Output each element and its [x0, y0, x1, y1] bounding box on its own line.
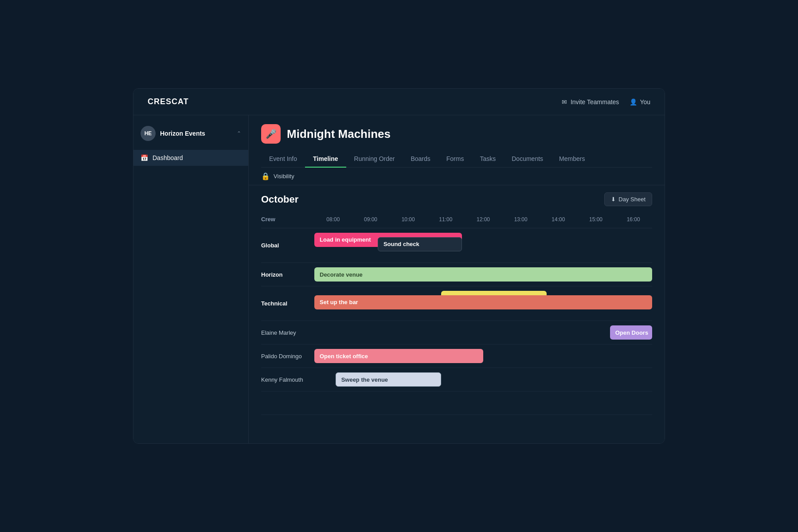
time-col-1500: 15:00 — [577, 216, 615, 223]
invite-label: Invite Teammates — [571, 98, 619, 106]
timeline-section: October ⬇ Day Sheet Crew 08:00 09:00 10:… — [249, 185, 665, 443]
row-bars-elaine: Open Doors — [314, 321, 652, 344]
timeline-month: October — [261, 194, 298, 205]
time-col-1600: 16:00 — [614, 216, 652, 223]
row-label-global: Global — [261, 242, 314, 249]
time-col-1400: 14:00 — [540, 216, 577, 223]
user-label: You — [640, 98, 650, 106]
envelope-icon: ✉ — [562, 98, 567, 106]
table-row: Kenny Falmouth Sweep the venue — [261, 368, 652, 391]
top-bar: CRESCAT ✉ Invite Teammates 👤 You — [133, 89, 665, 115]
bar-sweep-the-venue[interactable]: Sweep the venue — [336, 372, 441, 387]
bar-label: Sweep the venue — [341, 376, 388, 383]
org-avatar: HE — [141, 126, 156, 141]
time-col-1100: 11:00 — [427, 216, 465, 223]
visibility-label: Visibility — [274, 173, 294, 180]
table-row-empty — [261, 391, 652, 415]
event-tabs: Event Info Timeline Running Order Boards… — [261, 151, 652, 168]
time-col-1200: 12:00 — [465, 216, 502, 223]
tab-boards[interactable]: Boards — [403, 151, 438, 168]
row-bars-empty — [314, 391, 652, 415]
tab-tasks[interactable]: Tasks — [472, 151, 504, 168]
tab-running-order[interactable]: Running Order — [346, 151, 403, 168]
bar-label: Sound check — [383, 241, 419, 247]
table-row: Elaine Marley Open Doors — [261, 321, 652, 344]
mic-icon: 🎤 — [266, 129, 277, 139]
bar-label: Load in equipment — [320, 236, 371, 243]
table-row: Horizon Decorate venue — [261, 263, 652, 286]
lock-icon: 🔒 — [261, 172, 270, 180]
row-bars-global: Load in equipment Sound check — [314, 228, 652, 263]
app-container: CRESCAT ✉ Invite Teammates 👤 You HE Hori… — [133, 88, 665, 444]
invite-teammates-button[interactable]: ✉ Invite Teammates — [562, 98, 619, 106]
tab-documents[interactable]: Documents — [504, 151, 551, 168]
time-headers: 08:00 09:00 10:00 11:00 12:00 13:00 14:0… — [314, 216, 652, 223]
bar-decorate-venue[interactable]: Decorate venue — [314, 267, 652, 282]
bar-label: Open ticket office — [320, 353, 368, 360]
org-selector[interactable]: HE Horizon Events ⌃ — [133, 122, 248, 145]
user-button[interactable]: 👤 You — [630, 98, 650, 106]
sidebar-item-label: Dashboard — [153, 154, 183, 161]
main-layout: HE Horizon Events ⌃ 📅 Dashboard 🎤 Midnig… — [133, 115, 665, 443]
top-bar-actions: ✉ Invite Teammates 👤 You — [562, 98, 650, 106]
row-bars-technical: Set out seating Set up the bar — [314, 286, 652, 321]
tab-forms[interactable]: Forms — [438, 151, 472, 168]
day-sheet-label: Day Sheet — [618, 196, 645, 203]
chevron-icon: ⌃ — [237, 130, 241, 137]
row-bars-palido: Open ticket office — [314, 344, 652, 368]
row-label-elaine-marley: Elaine Marley — [261, 329, 314, 336]
table-row: Palido Domingo Open ticket office — [261, 344, 652, 368]
bar-open-doors[interactable]: Open Doors — [610, 325, 652, 340]
content-area: 🎤 Midnight Machines Event Info Timeline … — [249, 115, 665, 443]
tab-event-info[interactable]: Event Info — [261, 151, 305, 168]
tab-timeline[interactable]: Timeline — [305, 151, 346, 168]
row-label-horizon: Horizon — [261, 271, 314, 278]
calendar-icon: 📅 — [141, 154, 148, 161]
bar-open-ticket-office[interactable]: Open ticket office — [314, 349, 483, 363]
row-label-kenny-falmouth: Kenny Falmouth — [261, 376, 314, 383]
bar-label: Open Doors — [615, 329, 648, 336]
visibility-bar: 🔒 Visibility — [249, 168, 665, 185]
row-label-palido-domingo: Palido Domingo — [261, 353, 314, 360]
time-col-1300: 13:00 — [502, 216, 540, 223]
bar-sound-check[interactable]: Sound check — [378, 237, 462, 251]
event-title: Midnight Machines — [287, 127, 391, 141]
bar-label: Decorate venue — [320, 271, 363, 278]
grid-header-row: Crew 08:00 09:00 10:00 11:00 12:00 13:00… — [261, 213, 652, 228]
row-bars-kenny: Sweep the venue — [314, 368, 652, 391]
download-icon: ⬇ — [611, 196, 616, 203]
time-col-0800: 08:00 — [314, 216, 352, 223]
tab-members[interactable]: Members — [551, 151, 593, 168]
time-col-0900: 09:00 — [352, 216, 390, 223]
sidebar-item-dashboard[interactable]: 📅 Dashboard — [133, 150, 248, 166]
bar-set-up-bar[interactable]: Set up the bar — [314, 295, 652, 309]
row-label-technical: Technical — [261, 300, 314, 307]
org-name: Horizon Events — [160, 130, 232, 137]
sidebar: HE Horizon Events ⌃ 📅 Dashboard — [133, 115, 249, 443]
event-icon: 🎤 — [261, 124, 281, 144]
event-title-row: 🎤 Midnight Machines — [261, 124, 652, 144]
row-bars-horizon: Decorate venue — [314, 263, 652, 286]
app-logo: CRESCAT — [148, 97, 189, 106]
event-header: 🎤 Midnight Machines Event Info Timeline … — [249, 115, 665, 168]
table-row: Technical Set out seating Set up the bar — [261, 286, 652, 321]
timeline-header-row: October ⬇ Day Sheet — [261, 192, 652, 206]
day-sheet-button[interactable]: ⬇ Day Sheet — [604, 192, 652, 206]
crew-col-header: Crew — [261, 213, 314, 225]
time-col-1000: 10:00 — [389, 216, 427, 223]
bar-label: Set up the bar — [320, 299, 358, 305]
user-icon: 👤 — [630, 98, 637, 106]
table-row: Global Load in equipment Sound check — [261, 228, 652, 263]
